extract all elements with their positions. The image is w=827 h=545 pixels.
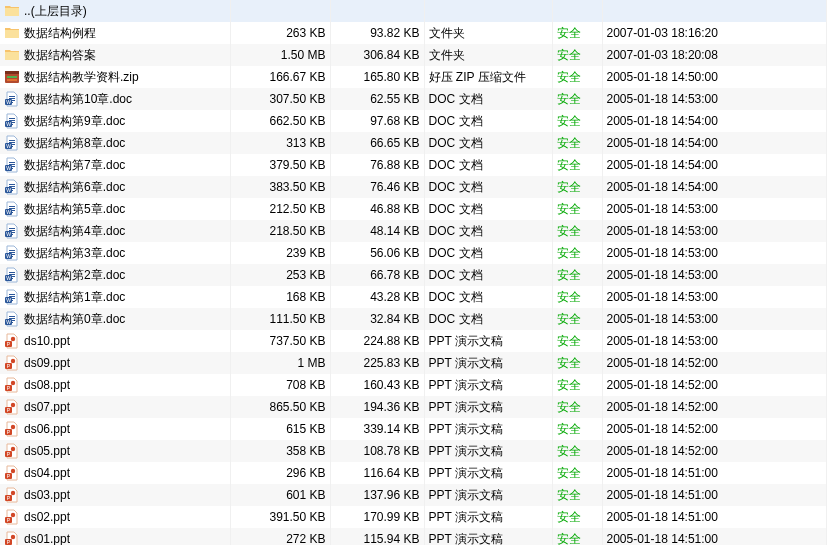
parent-dir-row[interactable]: ..(上层目录): [0, 0, 827, 22]
file-compressed-size: 66.65 KB: [330, 132, 424, 154]
file-name: ds01.ppt: [24, 532, 70, 545]
file-compressed-size: 66.78 KB: [330, 264, 424, 286]
svg-rect-1: [5, 71, 19, 74]
file-status: 安全: [552, 352, 602, 374]
file-name: 数据结构例程: [24, 25, 96, 42]
doc-icon: W: [4, 201, 20, 217]
svg-text:W: W: [6, 99, 11, 105]
doc-icon: W: [4, 113, 20, 129]
file-row[interactable]: Pds08.ppt708 KB160.43 KBPPT 演示文稿安全2005-0…: [0, 374, 827, 396]
file-row[interactable]: 数据结构例程263 KB93.82 KB文件夹安全2007-01-03 18:1…: [0, 22, 827, 44]
file-name: 数据结构第2章.doc: [24, 267, 125, 284]
svg-point-43: [11, 447, 15, 451]
file-size: 737.50 KB: [230, 330, 330, 352]
file-type: PPT 演示文稿: [424, 484, 552, 506]
file-size: 865.50 KB: [230, 396, 330, 418]
file-row[interactable]: Pds09.ppt1 MB225.83 KBPPT 演示文稿安全2005-01-…: [0, 352, 827, 374]
doc-icon: W: [4, 267, 20, 283]
file-row[interactable]: W数据结构第0章.doc111.50 KB32.84 KBDOC 文档安全200…: [0, 308, 827, 330]
parent-dir-label: ..(上层目录): [24, 3, 87, 20]
file-date: 2005-01-18 14:54:00: [602, 176, 827, 198]
file-type: DOC 文档: [424, 286, 552, 308]
file-status: 安全: [552, 308, 602, 330]
file-date: 2005-01-18 14:53:00: [602, 242, 827, 264]
file-date: 2005-01-18 14:50:00: [602, 66, 827, 88]
file-name: ds10.ppt: [24, 334, 70, 348]
file-name: ds05.ppt: [24, 444, 70, 458]
svg-text:W: W: [6, 165, 11, 171]
file-row[interactable]: W数据结构第4章.doc218.50 KB48.14 KBDOC 文档安全200…: [0, 220, 827, 242]
file-row[interactable]: Pds07.ppt865.50 KB194.36 KBPPT 演示文稿安全200…: [0, 396, 827, 418]
file-status: 安全: [552, 220, 602, 242]
doc-icon: W: [4, 91, 20, 107]
file-type: DOC 文档: [424, 154, 552, 176]
file-row[interactable]: W数据结构第7章.doc379.50 KB76.88 KBDOC 文档安全200…: [0, 154, 827, 176]
file-row[interactable]: 数据结构教学资料.zip166.67 KB165.80 KB好压 ZIP 压缩文…: [0, 66, 827, 88]
file-row[interactable]: W数据结构第6章.doc383.50 KB76.46 KBDOC 文档安全200…: [0, 176, 827, 198]
file-name: ds04.ppt: [24, 466, 70, 480]
file-list-table: ..(上层目录) 数据结构例程263 KB93.82 KB文件夹安全2007-0…: [0, 0, 827, 545]
file-status: 安全: [552, 440, 602, 462]
ppt-icon: P: [4, 355, 20, 371]
file-compressed-size: 194.36 KB: [330, 396, 424, 418]
file-row[interactable]: W数据结构第3章.doc239 KB56.06 KBDOC 文档安全2005-0…: [0, 242, 827, 264]
file-row[interactable]: W数据结构第8章.doc313 KB66.65 KBDOC 文档安全2005-0…: [0, 132, 827, 154]
file-status: 安全: [552, 22, 602, 44]
file-compressed-size: 137.96 KB: [330, 484, 424, 506]
svg-point-55: [11, 535, 15, 539]
file-size: 601 KB: [230, 484, 330, 506]
file-row[interactable]: W数据结构第2章.doc253 KB66.78 KBDOC 文档安全2005-0…: [0, 264, 827, 286]
ppt-icon: P: [4, 399, 20, 415]
file-compressed-size: 160.43 KB: [330, 374, 424, 396]
file-status: 安全: [552, 154, 602, 176]
file-size: 307.50 KB: [230, 88, 330, 110]
file-type: PPT 演示文稿: [424, 330, 552, 352]
file-status: 安全: [552, 132, 602, 154]
file-status: 安全: [552, 88, 602, 110]
file-row[interactable]: W数据结构第10章.doc307.50 KB62.55 KBDOC 文档安全20…: [0, 88, 827, 110]
file-status: 安全: [552, 506, 602, 528]
file-size: 218.50 KB: [230, 220, 330, 242]
file-compressed-size: 165.80 KB: [330, 66, 424, 88]
file-size: 212.50 KB: [230, 198, 330, 220]
file-name: 数据结构第4章.doc: [24, 223, 125, 240]
file-compressed-size: 339.14 KB: [330, 418, 424, 440]
file-size: 615 KB: [230, 418, 330, 440]
file-date: 2005-01-18 14:52:00: [602, 352, 827, 374]
file-type: 文件夹: [424, 22, 552, 44]
file-compressed-size: 62.55 KB: [330, 88, 424, 110]
svg-text:W: W: [6, 297, 11, 303]
file-row[interactable]: W数据结构第1章.doc168 KB43.28 KBDOC 文档安全2005-0…: [0, 286, 827, 308]
file-name: 数据结构第0章.doc: [24, 311, 125, 328]
file-compressed-size: 76.46 KB: [330, 176, 424, 198]
doc-icon: W: [4, 311, 20, 327]
file-row[interactable]: Pds03.ppt601 KB137.96 KBPPT 演示文稿安全2005-0…: [0, 484, 827, 506]
file-compressed-size: 76.88 KB: [330, 154, 424, 176]
file-date: 2005-01-18 14:52:00: [602, 374, 827, 396]
file-row[interactable]: 数据结构答案1.50 MB306.84 KB文件夹安全2007-01-03 18…: [0, 44, 827, 66]
file-date: 2005-01-18 14:53:00: [602, 330, 827, 352]
file-row[interactable]: Pds02.ppt391.50 KB170.99 KBPPT 演示文稿安全200…: [0, 506, 827, 528]
file-row[interactable]: Pds06.ppt615 KB339.14 KBPPT 演示文稿安全2005-0…: [0, 418, 827, 440]
file-size: 708 KB: [230, 374, 330, 396]
file-name: 数据结构第5章.doc: [24, 201, 125, 218]
file-compressed-size: 32.84 KB: [330, 308, 424, 330]
file-row[interactable]: Pds01.ppt272 KB115.94 KBPPT 演示文稿安全2005-0…: [0, 528, 827, 545]
file-row[interactable]: W数据结构第5章.doc212.50 KB46.88 KBDOC 文档安全200…: [0, 198, 827, 220]
file-row[interactable]: Pds05.ppt358 KB108.78 KBPPT 演示文稿安全2005-0…: [0, 440, 827, 462]
svg-text:W: W: [6, 253, 11, 259]
file-row[interactable]: Pds10.ppt737.50 KB224.88 KBPPT 演示文稿安全200…: [0, 330, 827, 352]
file-row[interactable]: W数据结构第9章.doc662.50 KB97.68 KBDOC 文档安全200…: [0, 110, 827, 132]
ppt-icon: P: [4, 531, 20, 545]
file-type: 好压 ZIP 压缩文件: [424, 66, 552, 88]
file-status: 安全: [552, 374, 602, 396]
file-row[interactable]: Pds04.ppt296 KB116.64 KBPPT 演示文稿安全2005-0…: [0, 462, 827, 484]
file-type: DOC 文档: [424, 110, 552, 132]
file-size: 391.50 KB: [230, 506, 330, 528]
file-compressed-size: 225.83 KB: [330, 352, 424, 374]
file-compressed-size: 97.68 KB: [330, 110, 424, 132]
file-status: 安全: [552, 418, 602, 440]
zip-icon: [4, 69, 20, 85]
ppt-icon: P: [4, 377, 20, 393]
file-status: 安全: [552, 242, 602, 264]
